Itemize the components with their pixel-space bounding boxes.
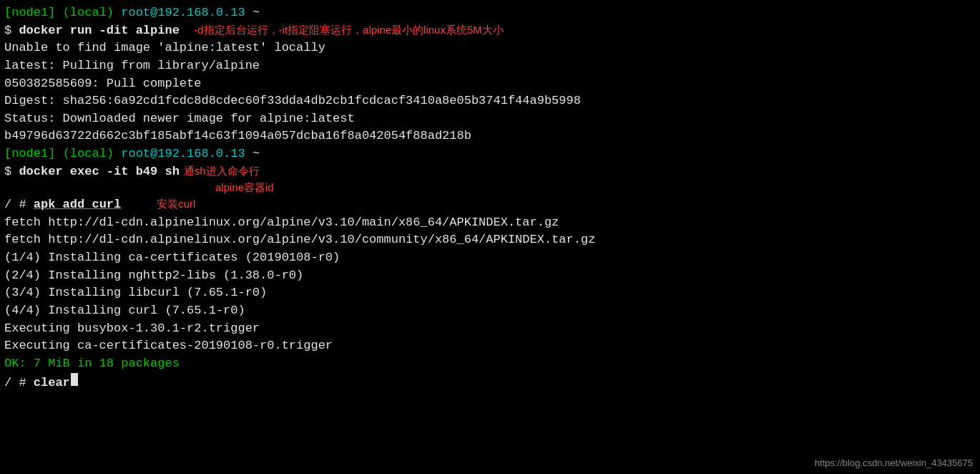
terminal-line-9: [node1] (local) root@192.168.0.13 ~ — [4, 145, 976, 163]
annotation-docker-run: -d指定后台运行，-it指定阻塞运行，alpine最小的linux系统5M大小 — [194, 22, 504, 38]
annotation-sh: 通sh进入命令行 — [184, 163, 260, 179]
terminal-line-12: fetch http://dl-cdn.alpinelinux.org/alpi… — [4, 214, 976, 232]
terminal-line-13: fetch http://dl-cdn.alpinelinux.org/alpi… — [4, 231, 976, 249]
annotation-curl-label: 安装curl — [157, 196, 195, 212]
terminal-line-2: $ docker run -dit alpine -d指定后台运行，-it指定阻… — [4, 22, 976, 40]
terminal-line-15: (2/4) Installing nghttp2-libs (1.38.0-r0… — [4, 267, 976, 285]
terminal-line-11: / # apk add curl 安装curl — [4, 196, 976, 214]
terminal-line-4: latest: Pulling from library/alpine — [4, 57, 976, 75]
terminal-line-17: (4/4) Installing curl (7.65.1-r0) — [4, 302, 976, 320]
ok-text: OK: 7 MiB in 18 packages — [4, 355, 180, 373]
clear-command: clear — [34, 374, 70, 392]
terminal-line-5: 050382585609: Pull complete — [4, 75, 976, 93]
terminal-line-ok: OK: 7 MiB in 18 packages — [4, 355, 976, 373]
prompt2-local: (local) — [63, 145, 114, 163]
terminal-line-14: (1/4) Installing ca-certificates (201901… — [4, 249, 976, 267]
prompt2-node1: [node1] — [4, 145, 55, 163]
annotation-b49: alpine容器id — [215, 180, 274, 195]
prompt-node1: [node1] — [4, 4, 55, 22]
terminal: [node1] (local) root@192.168.0.13 ~ $ do… — [0, 0, 980, 474]
watermark: https://blog.csdn.net/weixin_43435675 — [815, 458, 973, 468]
terminal-line-10: $ docker exec -it b49 sh 通sh进入命令行 — [4, 163, 976, 183]
terminal-line-1: [node1] (local) root@192.168.0.13 ~ — [4, 4, 976, 22]
terminal-line-7: Status: Downloaded newer image for alpin… — [4, 110, 976, 128]
terminal-line-18: Executing busybox-1.30.1-r2.trigger — [4, 320, 976, 338]
cursor — [71, 373, 78, 386]
terminal-line-6: Digest: sha256:6a92cd1fcdc8d8cdec60f33dd… — [4, 92, 976, 110]
terminal-line-10b: alpine容器id — [4, 180, 976, 195]
prompt-local: (local) — [63, 4, 114, 22]
prompt2-user-host: root@192.168.0.13 — [121, 145, 245, 163]
prompt-user-host: root@192.168.0.13 — [121, 4, 245, 22]
terminal-line-clear[interactable]: / # clear — [4, 373, 976, 392]
terminal-line-8: b49796d63722d662c3bf185abf14c63f1094a057… — [4, 127, 976, 145]
terminal-line-16: (3/4) Installing libcurl (7.65.1-r0) — [4, 284, 976, 302]
terminal-line-19: Executing ca-certificates-20190108-r0.tr… — [4, 337, 976, 355]
terminal-line-3: Unable to find image 'alpine:latest' loc… — [4, 39, 976, 57]
